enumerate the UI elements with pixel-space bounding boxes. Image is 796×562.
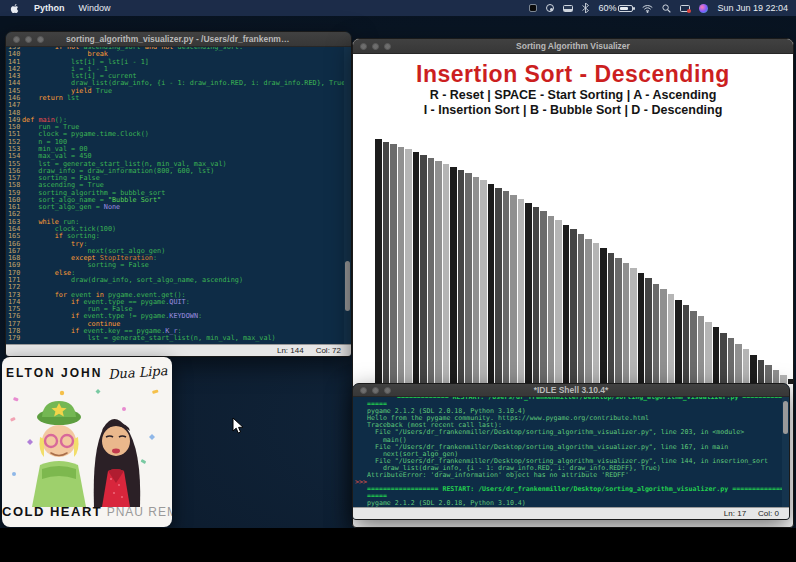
sort-bar (540, 211, 547, 384)
code-line[interactable]: 147 (6, 102, 351, 109)
sort-bar (690, 311, 697, 384)
sort-bar (735, 344, 742, 384)
elton-figure (32, 401, 86, 507)
visualizer-window-title: Sorting Algorithm Visualizer (353, 41, 793, 51)
sort-bar (495, 188, 502, 384)
sort-bar (750, 355, 757, 384)
siri-icon[interactable] (699, 3, 708, 13)
code-text: return lst (22, 95, 79, 102)
sort-bar (728, 338, 735, 384)
sort-bar (548, 216, 555, 384)
code-text: sort_algo_gen = None (22, 204, 120, 211)
menu-clock[interactable]: Sun Jun 19 22:04 (717, 3, 788, 13)
sort-bar (578, 234, 585, 384)
sort-bar (758, 360, 765, 384)
sort-bar (705, 322, 712, 384)
shell-window[interactable]: *IDLE Shell 3.10.4* ============= RESTAR… (352, 383, 790, 520)
menu-python[interactable]: Python (34, 3, 65, 13)
apple-logo-icon[interactable] (10, 3, 20, 13)
sort-bar (555, 220, 562, 384)
sort-bar (713, 327, 720, 384)
sort-bar (593, 243, 600, 384)
sort-bar (653, 284, 660, 384)
sort-mode-heading: Insertion Sort - Descending (353, 61, 793, 88)
shell-statusbar: Ln: 17 Col: 0 (353, 507, 789, 519)
letterbox-bottom (0, 528, 796, 562)
record-stop-icon[interactable] (529, 3, 537, 13)
editor-window[interactable]: sorting_algorithm_visualizer.py - /Users… (5, 31, 352, 357)
album-art: ELTON JOHN Dua Lipa COLD HEART PNAU REMI… (2, 357, 172, 527)
sort-bar (660, 289, 667, 384)
shell-output-line: File "/Users/dr_frankenmiller/Desktop/so… (367, 429, 782, 436)
battery-percent: 60% (598, 3, 616, 13)
sort-bar (683, 305, 690, 384)
shell-output-line: ============= RESTART: /Users/dr_franken… (397, 397, 782, 401)
sorting-bars-chart (375, 134, 794, 384)
visualizer-titlebar[interactable]: Sorting Algorithm Visualizer (353, 39, 793, 54)
code-text: lst = generate_start_list(n, min_val, ma… (22, 335, 276, 342)
code-line[interactable]: 161 sort_algo_gen = None (6, 204, 351, 211)
sort-bar (480, 180, 487, 384)
shell-scrollbar-thumb[interactable] (783, 401, 788, 434)
code-line[interactable]: 179 lst = generate_start_list(n, min_val… (6, 335, 351, 342)
sort-bar (570, 229, 577, 384)
shell-scrollbar[interactable] (782, 397, 789, 507)
sort-bar (638, 273, 645, 384)
sort-bar (668, 294, 675, 384)
editor-window-title: sorting_algorithm_visualizer.py - /Users… (6, 34, 351, 44)
editor-line-indicator: Ln: 144 (277, 346, 304, 355)
editor-statusbar: Ln: 144 Col: 72 (6, 344, 351, 356)
sort-bar (473, 177, 480, 384)
controls-help-line2: I - Insertion Sort | B - Bubble Sort | D… (353, 103, 793, 118)
dua-figure (94, 419, 141, 507)
bluetooth-icon[interactable] (582, 3, 589, 13)
album-artist-elton: ELTON JOHN (6, 366, 102, 380)
battery-icon[interactable]: 60% (598, 3, 633, 13)
code-line[interactable]: 171 draw(draw_info, sort_algo_name, asce… (6, 277, 351, 284)
album-artist-dua: Dua Lipa (108, 363, 168, 382)
sort-bar (600, 248, 607, 384)
menu-bar: Python Window 60% Sun Jun 19 22:04 (0, 0, 796, 16)
shell-output-line: ================== RESTART: /Users/dr_fr… (367, 486, 782, 493)
sort-bar (428, 158, 435, 384)
sort-bar (443, 164, 450, 384)
sort-bar (383, 142, 390, 384)
code-line[interactable]: 146 return lst (6, 95, 351, 102)
sort-bar (623, 263, 630, 384)
sort-bar (675, 300, 682, 384)
play-circle-icon[interactable] (546, 3, 554, 13)
keyboard-icon[interactable] (563, 3, 573, 13)
sort-bar (525, 203, 532, 384)
mouse-cursor (232, 417, 245, 435)
controls-help-line1: R - Reset | SPACE - Start Sorting | A - … (353, 88, 793, 103)
spotlight-icon[interactable] (662, 3, 671, 13)
sort-bar (405, 149, 412, 384)
sort-bar (435, 161, 442, 384)
code-editor-area[interactable]: 139 if not ascending_sort and not descen… (6, 47, 351, 344)
shell-output-line: AttributeError: 'draw_information' objec… (367, 472, 782, 479)
shell-output-area[interactable]: ============= RESTART: /Users/dr_franken… (353, 397, 782, 507)
sort-bar (413, 152, 420, 384)
album-subtitle: PNAU REMIX (107, 505, 172, 519)
sort-bar (765, 365, 772, 384)
shell-line-indicator: Ln: 17 (724, 509, 746, 518)
sort-bar (375, 139, 382, 384)
sort-bar (533, 207, 540, 384)
sort-bar (585, 239, 592, 384)
line-number: 179 (6, 335, 22, 342)
sort-bar (510, 195, 517, 384)
sort-bar (398, 147, 405, 384)
sort-bar (420, 155, 427, 384)
sort-bar (503, 191, 510, 384)
sort-bar (465, 173, 472, 384)
editor-scrollbar[interactable] (344, 47, 351, 344)
sort-bar (773, 370, 780, 384)
menu-window[interactable]: Window (79, 3, 111, 13)
sort-bar (720, 333, 727, 384)
editor-scrollbar-thumb[interactable] (345, 261, 350, 311)
display-notification-icon[interactable] (680, 3, 690, 13)
wifi-icon[interactable] (642, 3, 653, 13)
shell-titlebar[interactable]: *IDLE Shell 3.10.4* (353, 384, 789, 397)
code-text: draw(draw_info, sort_algo_name, ascendin… (22, 277, 243, 284)
editor-titlebar[interactable]: sorting_algorithm_visualizer.py - /Users… (6, 32, 351, 47)
